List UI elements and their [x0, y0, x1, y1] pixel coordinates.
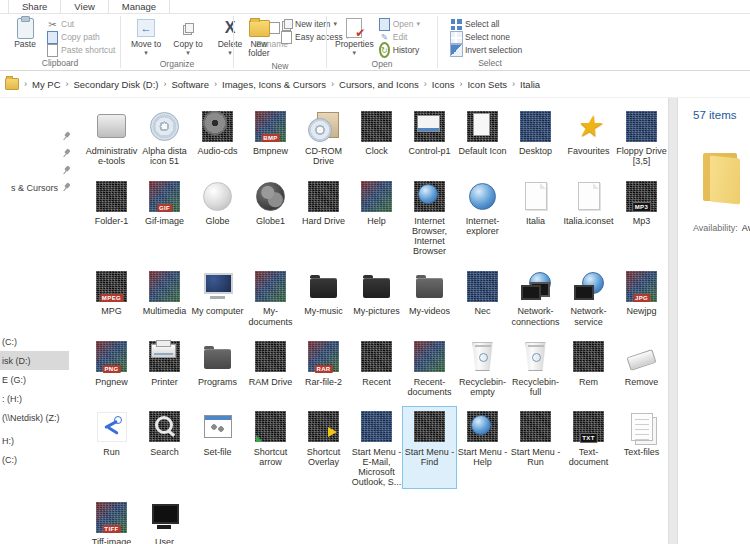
- paste-shortcut-button[interactable]: Paste shortcut: [47, 44, 115, 56]
- breadcrumb-item[interactable]: Icon Sets: [467, 79, 507, 90]
- tab-view[interactable]: View: [61, 0, 108, 13]
- file-tile[interactable]: Clock: [350, 106, 403, 167]
- file-tile[interactable]: Control-p1: [403, 106, 456, 167]
- file-tile[interactable]: My computer: [191, 266, 244, 327]
- file-tile[interactable]: Audio-cds: [191, 106, 244, 167]
- file-tile[interactable]: Italia.iconset: [562, 176, 615, 257]
- file-tile[interactable]: Help: [350, 176, 403, 257]
- file-tile[interactable]: Recyclebin-full: [509, 337, 562, 398]
- drive-item[interactable]: : (H:): [0, 389, 69, 408]
- quick-access-item[interactable]: s & Cursors: [0, 179, 80, 196]
- select-none-button[interactable]: Select none: [451, 31, 522, 43]
- file-tile[interactable]: Default Icon: [456, 106, 509, 167]
- file-tile[interactable]: TIFFTiff-image: [85, 497, 138, 544]
- file-tile[interactable]: MP3Mp3: [615, 176, 668, 257]
- file-label: Italia: [526, 216, 545, 226]
- file-tile[interactable]: Multimedia: [138, 266, 191, 327]
- file-icon: [200, 409, 236, 445]
- file-tile[interactable]: Floppy Drive [3,5]: [615, 106, 668, 167]
- invert-selection-button[interactable]: Invert selection: [451, 44, 522, 56]
- file-tile[interactable]: Globe: [191, 176, 244, 257]
- file-tile[interactable]: Folder-1: [85, 176, 138, 257]
- file-tile[interactable]: Desktop: [509, 106, 562, 167]
- quick-access-item[interactable]: [0, 162, 80, 179]
- open-button[interactable]: Open▾: [379, 18, 420, 30]
- file-tile[interactable]: Rem: [562, 337, 615, 398]
- file-tile[interactable]: Shortcut Overlay: [297, 407, 350, 488]
- quick-access-item[interactable]: [0, 128, 80, 145]
- file-tile[interactable]: My-pictures: [350, 266, 403, 327]
- file-tile[interactable]: Nec: [456, 266, 509, 327]
- move-to-button[interactable]: ← Move to▾: [126, 16, 166, 58]
- file-tile[interactable]: My-documents: [244, 266, 297, 327]
- file-tile[interactable]: Programs: [191, 337, 244, 398]
- tab-share[interactable]: Share: [8, 0, 61, 13]
- file-tile[interactable]: Set-file: [191, 407, 244, 488]
- breadcrumb-item[interactable]: Images, Icons & Cursors: [222, 79, 326, 90]
- cut-button[interactable]: ✂Cut: [47, 18, 115, 30]
- file-tile[interactable]: TXTText-document: [562, 407, 615, 488]
- file-tile[interactable]: Recent: [350, 337, 403, 398]
- quick-access-item[interactable]: [0, 145, 80, 162]
- file-tile[interactable]: Hard Drive: [297, 176, 350, 257]
- file-tile[interactable]: Start Menu - E-Mail, Microsoft Outlook, …: [350, 407, 403, 488]
- file-tile[interactable]: Italia: [509, 176, 562, 257]
- drive-item[interactable]: (C:): [0, 450, 69, 469]
- copy-path-button[interactable]: Copy path: [47, 31, 115, 43]
- file-tile[interactable]: BMPBmpnew: [244, 106, 297, 167]
- file-tile[interactable]: Network-connections: [509, 266, 562, 327]
- breadcrumb-item[interactable]: Secondary Disk (D:): [74, 79, 159, 90]
- file-tile[interactable]: Administrative-tools: [85, 106, 138, 167]
- select-all-button[interactable]: Select all: [451, 18, 522, 30]
- drive-item[interactable]: H:): [0, 431, 69, 450]
- file-tile[interactable]: Recyclebin-empty: [456, 337, 509, 398]
- file-tile[interactable]: Internet-explorer: [456, 176, 509, 257]
- vertical-scrollbar[interactable]: [668, 98, 678, 544]
- file-tile[interactable]: My-videos: [403, 266, 456, 327]
- ribbon-group-new: New folder New item▾ Easy access▾ New: [234, 14, 326, 70]
- file-tile[interactable]: Text-files: [615, 407, 668, 488]
- breadcrumb-item[interactable]: Software: [172, 79, 210, 90]
- file-tile[interactable]: Shortcut arrow: [244, 407, 297, 488]
- file-icon: [571, 339, 607, 375]
- file-tile[interactable]: ★Favourites: [562, 106, 615, 167]
- file-label: RAM Drive: [249, 377, 293, 387]
- file-tile[interactable]: User computer: [138, 497, 191, 544]
- file-tile[interactable]: Start Menu - Run: [509, 407, 562, 488]
- file-tile[interactable]: Globe1: [244, 176, 297, 257]
- drive-item[interactable]: (\\Netdisk) (Z:): [0, 408, 69, 427]
- file-tile[interactable]: MPEGMPG: [85, 266, 138, 327]
- file-tile[interactable]: My-music: [297, 266, 350, 327]
- file-tile[interactable]: RAM Drive: [244, 337, 297, 398]
- file-tile[interactable]: Run: [85, 407, 138, 488]
- file-label: CD-ROM Drive: [298, 146, 350, 166]
- breadcrumb-item[interactable]: My PC: [32, 79, 61, 90]
- drive-item[interactable]: isk (D:): [0, 351, 69, 370]
- file-tile[interactable]: Start Menu - Help: [456, 407, 509, 488]
- file-tile[interactable]: RARRar-file-2: [297, 337, 350, 398]
- history-button[interactable]: ↻History: [379, 44, 420, 56]
- properties-button[interactable]: Properties▾: [332, 16, 377, 58]
- copy-to-button[interactable]: Copy to▾: [168, 16, 208, 58]
- file-tile[interactable]: GIFGif-image: [138, 176, 191, 257]
- file-tile[interactable]: PNGPngnew: [85, 337, 138, 398]
- file-icon: [518, 178, 554, 214]
- file-tile[interactable]: Remove: [615, 337, 668, 398]
- file-tile[interactable]: Printer: [138, 337, 191, 398]
- file-icon: [412, 268, 448, 304]
- tab-manage[interactable]: Manage: [109, 0, 170, 13]
- drive-item[interactable]: E (G:): [0, 370, 69, 389]
- file-tile[interactable]: Start Menu - Find: [403, 407, 456, 488]
- breadcrumb-item[interactable]: Icons: [432, 79, 455, 90]
- breadcrumb-item[interactable]: Cursors, and Icons: [339, 79, 419, 90]
- drive-item[interactable]: (C:): [0, 332, 69, 351]
- file-tile[interactable]: Network-service: [562, 266, 615, 327]
- file-tile[interactable]: Search: [138, 407, 191, 488]
- file-tile[interactable]: Recent-documents: [403, 337, 456, 398]
- paste-button[interactable]: Paste: [5, 16, 45, 57]
- file-tile[interactable]: CD-ROM Drive: [297, 106, 350, 167]
- file-tile[interactable]: Internet Browser, Internet Browser: [403, 176, 456, 257]
- file-tile[interactable]: Alpha dista icon 51: [138, 106, 191, 167]
- breadcrumb-item[interactable]: Italia: [520, 79, 540, 90]
- file-tile[interactable]: JPGNewjpg: [615, 266, 668, 327]
